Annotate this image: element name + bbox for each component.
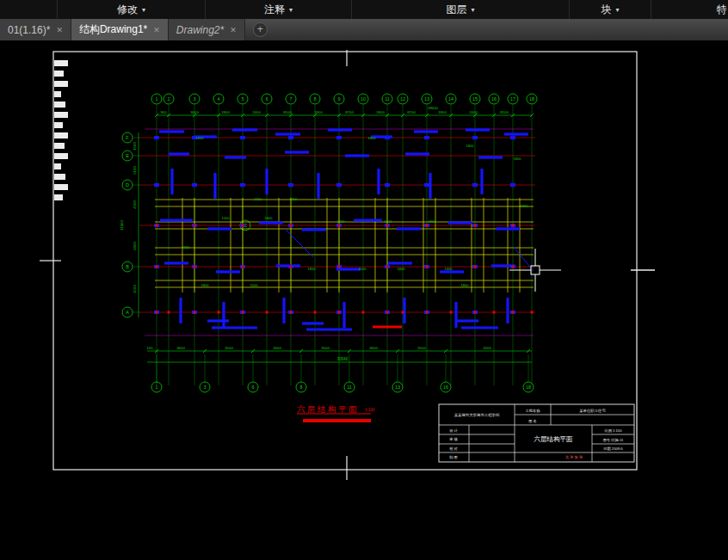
file-tab-label: 结构Drawing1* [79,22,147,37]
svg-text:8700: 8700 [407,110,416,114]
svg-text:15: 15 [472,96,478,102]
ribbon-panel-label: 特 [717,3,727,17]
svg-text:13: 13 [424,96,429,102]
svg-text:105: 105 [146,346,153,350]
svg-text:1400: 1400 [290,197,299,201]
close-icon[interactable]: ✕ [230,26,237,34]
svg-text:900: 900 [160,110,167,114]
svg-text:5: 5 [241,96,244,102]
svg-text:1800: 1800 [466,144,475,148]
svg-text:共 张 第 张: 共 张 第 张 [565,455,583,459]
svg-text:1500: 1500 [250,283,259,287]
svg-text:2600: 2600 [273,346,281,350]
svg-text:某单位职工住宅: 某单位职工住宅 [579,409,606,413]
chevron-down-icon: ▾ [289,6,293,14]
close-icon[interactable]: ✕ [153,26,160,34]
svg-text:8100: 8100 [283,110,292,114]
svg-text:审 核: 审 核 [449,437,458,441]
svg-text:3500: 3500 [225,346,233,350]
ribbon-panel-label: 图层 [446,3,466,17]
svg-text:校 对: 校 对 [449,446,458,451]
svg-text:制 图: 制 图 [449,455,458,459]
svg-text:F: F [126,135,129,140]
svg-text:1800: 1800 [438,110,447,114]
svg-text:1800: 1800 [376,110,385,114]
svg-text:18: 18 [529,96,534,102]
svg-text:图号 结施-11: 图号 结施-11 [603,438,624,442]
walls-columns [154,130,534,329]
ribbon-panel-modify[interactable]: 修改 ▾ [58,0,206,19]
ribbon-spacer [0,0,58,19]
ribbon-panel-layers[interactable]: 图层 ▾ [352,0,570,19]
svg-text:1: 1 [155,385,157,390]
file-tab-01-116[interactable]: 01(1.16)* ✕ [0,19,71,40]
svg-text:2400: 2400 [252,110,261,114]
svg-text:8: 8 [299,385,302,390]
svg-text:16: 16 [491,96,497,102]
chevron-down-icon: ▾ [471,6,474,14]
svg-text:2400: 2400 [255,197,263,201]
svg-text:3600: 3600 [369,346,378,350]
svg-text:4500: 4500 [133,200,137,209]
svg-text:8100: 8100 [500,110,509,114]
svg-text:1800: 1800 [398,267,406,271]
svg-text:1400: 1400 [445,267,453,271]
svg-text:1800: 1800 [368,136,377,140]
svg-text:六层结构平面: 六层结构平面 [297,404,359,414]
svg-text:1800: 1800 [429,219,437,224]
svg-text:7: 7 [289,96,292,102]
svg-text:6: 6 [251,385,254,390]
svg-text:图 名: 图 名 [528,419,537,423]
svg-text:9: 9 [337,96,340,102]
plus-icon: + [257,23,263,35]
new-tab-button[interactable]: + [253,22,268,37]
svg-text:1800: 1800 [314,110,323,114]
svg-text:1:100: 1:100 [365,408,375,412]
svg-text:1800: 1800 [521,204,529,208]
file-tab-structure-drawing1[interactable]: 结构Drawing1* ✕ [71,19,169,40]
svg-text:六层结构平面: 六层结构平面 [534,435,574,443]
file-tab-drawing2[interactable]: Drawing2* ✕ [169,19,245,40]
svg-text:1800: 1800 [385,219,393,224]
drawing-canvas[interactable]: 123456789101112131415161718FEDBAC1368111… [0,40,728,560]
ribbon-panel-properties[interactable]: 特 [651,0,728,19]
crosshair-cursor [509,249,561,292]
svg-text:1500: 1500 [133,142,137,151]
svg-text:10: 10 [361,96,366,102]
svg-text:14: 14 [448,96,453,102]
svg-text:1500: 1500 [222,216,231,220]
ribbon-panel-label: 注释 [264,3,285,17]
svg-text:3: 3 [193,96,195,102]
close-icon[interactable]: ✕ [56,26,63,34]
svg-text:设 计: 设 计 [449,428,458,433]
svg-text:1800: 1800 [514,157,522,161]
svg-text:1800: 1800 [308,267,317,271]
svg-text:4800: 4800 [133,242,137,250]
ribbon-panel-block[interactable]: 块 ▾ [570,0,651,19]
svg-text:11: 11 [347,385,352,390]
file-tab-bar: 01(1.16)* ✕ 结构Drawing1* ✕ Drawing2* ✕ + [0,19,728,40]
svg-text:11940: 11940 [120,220,124,231]
svg-text:1800: 1800 [265,216,274,220]
svg-text:30640: 30640 [337,357,349,361]
svg-text:12: 12 [400,96,405,102]
svg-text:1800: 1800 [221,110,230,114]
svg-text:2400: 2400 [469,110,478,114]
svg-text:A: A [126,310,129,315]
svg-text:1500: 1500 [359,267,367,271]
svg-text:2100: 2100 [133,166,137,175]
svg-text:某某建筑大学建筑工程学院: 某某建筑大学建筑工程学院 [454,413,500,417]
svg-text:2600: 2600 [483,346,491,350]
svg-text:3500: 3500 [417,346,426,350]
ribbon-panel-annotate[interactable]: 注释 ▾ [206,0,352,19]
svg-text:工程名称: 工程名称 [525,409,541,413]
svg-text:13: 13 [395,385,400,390]
svg-text:D: D [126,182,129,188]
svg-text:1800: 1800 [201,283,210,287]
svg-text:16: 16 [443,385,448,390]
svg-text:1800: 1800 [461,283,470,287]
title-block: 某某建筑大学建筑工程学院工程名称某单位职工住宅图 名设 计审 核校 对制 图六层… [439,404,634,462]
svg-text:4: 4 [217,96,219,102]
svg-text:3600: 3600 [176,346,185,350]
svg-text:2: 2 [167,96,170,102]
